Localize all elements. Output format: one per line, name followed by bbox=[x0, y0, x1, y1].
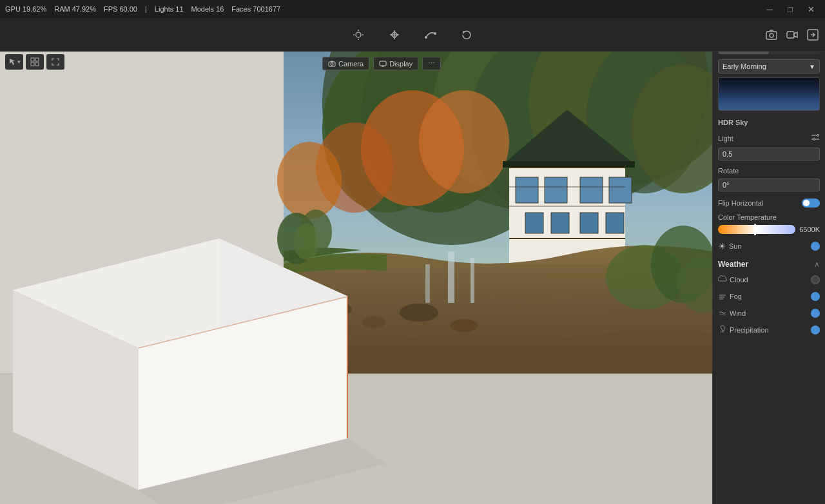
flip-horizontal-label: Flip Horizontal bbox=[718, 199, 763, 207]
svg-point-81 bbox=[813, 139, 815, 141]
more-options-icon: ⋯ bbox=[428, 59, 435, 68]
svg-rect-55 bbox=[471, 258, 474, 303]
light-value-input[interactable] bbox=[718, 148, 820, 160]
svg-rect-9 bbox=[766, 32, 777, 39]
collapse-weather-icon[interactable]: ∧ bbox=[814, 260, 820, 269]
precipitation-label: Precipitation bbox=[718, 325, 769, 335]
svg-line-85 bbox=[721, 331, 721, 333]
rotate-input-row bbox=[713, 177, 825, 195]
svg-point-8 bbox=[434, 32, 436, 35]
landscape-scene bbox=[0, 52, 712, 504]
svg-rect-38 bbox=[545, 177, 567, 203]
svg-rect-40 bbox=[609, 177, 632, 203]
weather-section: Weather ∧ Cloud bbox=[713, 255, 825, 338]
svg-rect-42 bbox=[551, 213, 569, 233]
svg-rect-54 bbox=[425, 264, 430, 303]
svg-point-31 bbox=[419, 90, 509, 193]
svg-point-52 bbox=[450, 319, 478, 332]
light-row: Light bbox=[713, 130, 825, 146]
svg-rect-43 bbox=[580, 213, 598, 233]
view-btn[interactable] bbox=[26, 54, 44, 70]
svg-point-33 bbox=[277, 142, 342, 219]
svg-rect-73 bbox=[380, 61, 386, 66]
sun-row: ☀ Sun bbox=[713, 238, 825, 255]
fog-toggle[interactable] bbox=[811, 292, 820, 301]
titlebar-stats: GPU 19.62% RAM 47.92% FPS 60.00 | Lights… bbox=[5, 5, 280, 13]
cloud-row: Cloud bbox=[713, 271, 825, 288]
svg-rect-44 bbox=[606, 213, 624, 233]
precipitation-toggle[interactable] bbox=[811, 325, 820, 334]
flip-horizontal-toggle[interactable] bbox=[802, 199, 820, 208]
svg-point-7 bbox=[425, 36, 427, 39]
svg-point-50 bbox=[362, 316, 385, 328]
rotate-row: Rotate bbox=[713, 164, 825, 177]
titlebar: GPU 19.62% RAM 47.92% FPS 60.00 | Lights… bbox=[0, 0, 825, 18]
light-settings-icon[interactable] bbox=[811, 133, 820, 144]
sky-preview bbox=[718, 77, 820, 111]
right-panel: Environment Effect Sky Light ∧ Geo and S… bbox=[712, 0, 825, 504]
maximize-button[interactable]: □ bbox=[781, 0, 799, 18]
cloud-label: Cloud bbox=[718, 275, 748, 285]
svg-point-58 bbox=[293, 224, 319, 260]
color-temp-slider[interactable] bbox=[718, 225, 795, 234]
share-icon[interactable] bbox=[803, 25, 822, 44]
svg-rect-36 bbox=[503, 161, 635, 168]
svg-point-0 bbox=[356, 32, 361, 37]
hdr-sky-label: HDR Sky bbox=[713, 116, 825, 130]
main-toolbar bbox=[0, 18, 825, 52]
flip-horizontal-row: Flip Horizontal bbox=[713, 195, 825, 211]
fps-stat: FPS 60.00 bbox=[104, 5, 137, 13]
curve-icon[interactable] bbox=[420, 24, 441, 45]
svg-point-51 bbox=[400, 304, 438, 322]
fog-label: Fog bbox=[718, 291, 742, 302]
left-toolbar: ▾ bbox=[0, 52, 64, 72]
chevron-down-icon: ▼ bbox=[809, 63, 815, 70]
close-button[interactable]: ✕ bbox=[802, 0, 820, 18]
rotate-value-input[interactable] bbox=[718, 179, 820, 191]
color-temp-controls: 6500K bbox=[713, 224, 825, 238]
cloud-toggle[interactable] bbox=[811, 275, 820, 284]
svg-point-78 bbox=[817, 135, 819, 137]
select-tool-btn[interactable]: ▾ bbox=[5, 54, 23, 70]
svg-line-86 bbox=[722, 331, 723, 333]
titlebar-controls: ─ □ ✕ bbox=[761, 0, 820, 18]
svg-rect-41 bbox=[525, 213, 543, 233]
minimize-button[interactable]: ─ bbox=[761, 0, 779, 18]
lights-stat: Lights 11 bbox=[155, 5, 184, 13]
refresh-icon[interactable] bbox=[456, 24, 477, 45]
fog-row: Fog bbox=[713, 288, 825, 305]
transform-icon[interactable] bbox=[384, 24, 405, 45]
viewport[interactable]: Camera Display ⋯ bbox=[0, 52, 712, 504]
wind-icon bbox=[718, 308, 727, 318]
svg-point-10 bbox=[770, 34, 773, 37]
weather-header: Weather ∧ bbox=[713, 255, 825, 271]
light-input-row bbox=[713, 146, 825, 164]
cloud-icon bbox=[718, 275, 727, 285]
svg-rect-15 bbox=[31, 63, 34, 66]
separator: | bbox=[145, 5, 147, 13]
svg-rect-37 bbox=[516, 177, 538, 203]
precipitation-icon bbox=[718, 325, 727, 335]
sky-light-section: Sky Light ∧ Geo and Sky HDRI Early Morni… bbox=[713, 21, 825, 255]
color-temp-row: Color Temperature bbox=[713, 211, 825, 224]
svg-rect-16 bbox=[35, 63, 39, 66]
sun-label: ☀ Sun bbox=[718, 241, 742, 251]
weather-title: Weather bbox=[718, 260, 748, 269]
expand-btn[interactable] bbox=[46, 54, 64, 70]
light-icon[interactable] bbox=[348, 24, 369, 45]
fog-icon bbox=[718, 291, 727, 302]
svg-rect-39 bbox=[580, 177, 603, 203]
ram-stat: RAM 47.92% bbox=[54, 5, 96, 13]
rotate-label: Rotate bbox=[718, 167, 739, 175]
time-of-day-dropdown[interactable]: Early Morning ▼ bbox=[718, 59, 820, 73]
video-icon[interactable] bbox=[782, 25, 802, 44]
more-options-button[interactable]: ⋯ bbox=[422, 57, 441, 70]
sun-toggle[interactable] bbox=[811, 242, 820, 251]
gpu-stat: GPU 19.62% bbox=[5, 5, 46, 13]
wind-toggle[interactable] bbox=[811, 309, 820, 318]
display-button[interactable]: Display bbox=[373, 57, 418, 70]
svg-rect-14 bbox=[35, 58, 39, 61]
camera-button[interactable]: Camera bbox=[322, 57, 369, 70]
camera-render-icon[interactable] bbox=[762, 25, 781, 44]
sun-icon: ☀ bbox=[718, 241, 726, 251]
